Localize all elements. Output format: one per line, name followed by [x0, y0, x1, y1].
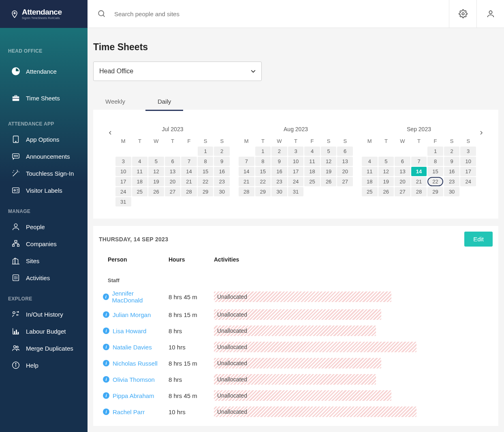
calendar-day[interactable]: 9: [444, 157, 460, 166]
calendar-day[interactable]: 22: [427, 177, 443, 186]
calendar-day[interactable]: 19: [321, 167, 337, 176]
sidebar-item-activities[interactable]: Activities: [0, 269, 88, 286]
activity-bar[interactable]: Unallocated: [214, 326, 376, 336]
calendar-day[interactable]: 3: [115, 157, 131, 166]
calendar-day[interactable]: 23: [214, 177, 230, 186]
calendar-day[interactable]: 26: [321, 177, 337, 186]
calendar-day[interactable]: 3: [460, 147, 476, 156]
activity-bar[interactable]: Unallocated: [214, 390, 391, 401]
calendar-day[interactable]: 13: [337, 157, 353, 166]
person-link[interactable]: Lisa Howard: [113, 328, 146, 334]
calendar-day[interactable]: 21: [239, 177, 254, 186]
person-link[interactable]: Pippa Abraham: [113, 392, 154, 399]
calendar-day[interactable]: 2: [271, 147, 287, 156]
info-icon[interactable]: i: [103, 294, 109, 300]
person-link[interactable]: Olivia Thomson: [113, 376, 155, 383]
info-icon[interactable]: i: [103, 311, 109, 318]
calendar-day[interactable]: 13: [165, 167, 181, 176]
calendar-day[interactable]: 14: [239, 167, 254, 176]
calendar-day[interactable]: 15: [427, 167, 443, 176]
calendar-day[interactable]: 4: [132, 157, 148, 166]
sidebar-item-in-out-history[interactable]: In/Out History: [0, 306, 88, 323]
calendar-day[interactable]: 30: [214, 187, 230, 196]
calendar-day[interactable]: 24: [460, 177, 476, 186]
calendar-day[interactable]: 16: [271, 167, 287, 176]
calendar-day[interactable]: 17: [115, 177, 131, 186]
activity-bar[interactable]: Unallocated: [214, 292, 391, 302]
calendar-day[interactable]: 12: [378, 167, 394, 176]
sidebar-item-sites[interactable]: Sites: [0, 252, 88, 269]
calendar-day[interactable]: 3: [288, 147, 304, 156]
info-icon[interactable]: i: [103, 360, 109, 366]
calendar-day[interactable]: 22: [255, 177, 271, 186]
calendar-day[interactable]: 29: [255, 187, 271, 196]
sidebar-item-merge-duplicates[interactable]: Merge Duplicates: [0, 340, 88, 357]
sidebar-item-app-options[interactable]: App Options: [0, 131, 88, 148]
calendar-day[interactable]: 2: [214, 147, 230, 156]
calendar-day[interactable]: 8: [255, 157, 271, 166]
calendar-day[interactable]: 25: [304, 177, 320, 186]
sidebar-item-companies[interactable]: Companies: [0, 235, 88, 252]
calendar-day[interactable]: 12: [321, 157, 337, 166]
tab-daily[interactable]: Daily: [145, 93, 183, 110]
info-icon[interactable]: i: [103, 392, 109, 399]
calendar-day[interactable]: 10: [460, 157, 476, 166]
person-link[interactable]: Natalie Davies: [113, 344, 152, 351]
calendar-day[interactable]: 15: [198, 167, 214, 176]
sidebar-item-help[interactable]: Help: [0, 357, 88, 374]
calendar-day[interactable]: 24: [115, 187, 131, 196]
calendar-day[interactable]: 8: [198, 157, 214, 166]
calendar-day[interactable]: 25: [362, 187, 378, 196]
calendar-day[interactable]: 31: [115, 197, 131, 206]
sidebar-item-time-sheets[interactable]: Time Sheets: [0, 85, 88, 111]
sidebar-item-attendance[interactable]: Attendance: [0, 58, 88, 85]
activity-bar[interactable]: Unallocated: [214, 406, 416, 417]
calendar-day[interactable]: 15: [255, 167, 271, 176]
calendar-day[interactable]: 10: [288, 157, 304, 166]
calendar-day[interactable]: 20: [395, 177, 410, 186]
calendar-day[interactable]: 11: [304, 157, 320, 166]
calendar-day[interactable]: 31: [288, 187, 304, 196]
calendar-day[interactable]: 23: [444, 177, 460, 186]
calendar-day[interactable]: 5: [321, 147, 337, 156]
calendar-day[interactable]: 28: [411, 187, 427, 196]
calendar-day[interactable]: 1: [427, 147, 443, 156]
calendar-day[interactable]: 6: [395, 157, 410, 166]
calendar-day[interactable]: 2: [444, 147, 460, 156]
calendar-day[interactable]: 7: [181, 157, 197, 166]
calendar-day[interactable]: 21: [411, 177, 427, 186]
info-icon[interactable]: i: [103, 328, 109, 334]
calendar-day[interactable]: 6: [337, 147, 353, 156]
calendar-day[interactable]: 19: [148, 177, 164, 186]
calendar-day[interactable]: 21: [181, 177, 197, 186]
calendar-day[interactable]: 10: [115, 167, 131, 176]
calendar-day[interactable]: 5: [148, 157, 164, 166]
calendar-day[interactable]: 16: [214, 167, 230, 176]
info-icon[interactable]: i: [103, 376, 109, 383]
calendar-day[interactable]: 30: [444, 187, 460, 196]
activity-bar[interactable]: Unallocated: [214, 358, 381, 368]
calendar-day[interactable]: 19: [378, 177, 394, 186]
sidebar-item-announcements[interactable]: Announcements: [0, 148, 88, 165]
calendar-day[interactable]: 18: [304, 167, 320, 176]
calendar-day[interactable]: 25: [132, 187, 148, 196]
tab-weekly[interactable]: Weekly: [93, 93, 137, 110]
calendar-day[interactable]: 17: [288, 167, 304, 176]
calendar-day[interactable]: 12: [148, 167, 164, 176]
calendar-day[interactable]: 4: [362, 157, 378, 166]
info-icon[interactable]: i: [103, 409, 109, 415]
edit-button[interactable]: Edit: [464, 232, 493, 247]
calendar-day[interactable]: 1: [198, 147, 214, 156]
calendar-day[interactable]: 24: [288, 177, 304, 186]
calendar-day[interactable]: 28: [239, 187, 254, 196]
calendar-day[interactable]: 20: [165, 177, 181, 186]
calendar-day[interactable]: 26: [148, 187, 164, 196]
activity-bar[interactable]: Unallocated: [214, 309, 381, 320]
calendar-day[interactable]: 29: [198, 187, 214, 196]
calendar-day[interactable]: 20: [337, 167, 353, 176]
calendar-day[interactable]: 16: [444, 167, 460, 176]
calendar-day[interactable]: 1: [255, 147, 271, 156]
info-icon[interactable]: i: [103, 344, 109, 350]
sidebar-item-people[interactable]: People: [0, 218, 88, 235]
calendar-day[interactable]: 18: [362, 177, 378, 186]
